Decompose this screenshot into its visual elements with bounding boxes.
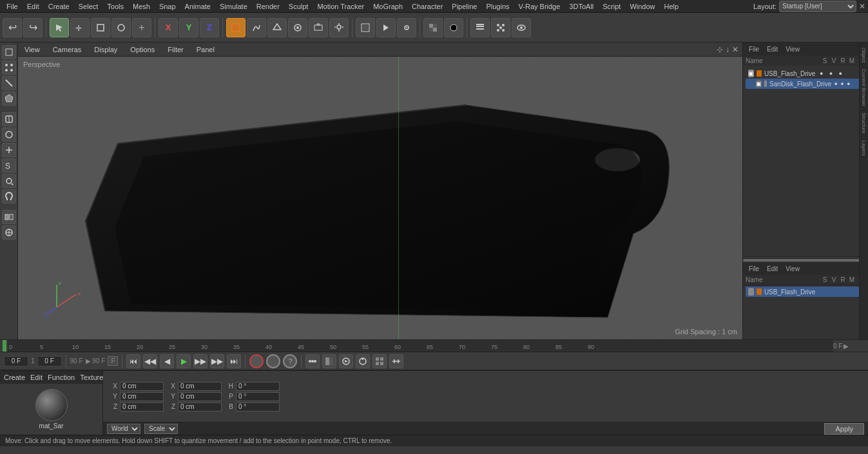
- menu-tools[interactable]: Tools: [103, 1, 128, 12]
- go-to-next-key-button[interactable]: ▶▶: [210, 354, 224, 368]
- viewport-menu-panel[interactable]: Panel: [194, 44, 217, 55]
- world-select[interactable]: World: [107, 424, 140, 434]
- scale-select[interactable]: Scale: [144, 424, 178, 434]
- menu-script[interactable]: Script: [599, 1, 624, 12]
- frame-input[interactable]: [37, 356, 62, 366]
- obj-solo-2[interactable]: ●: [834, 80, 838, 87]
- move-button[interactable]: ✛: [70, 18, 90, 37]
- menu-file[interactable]: File: [3, 1, 22, 12]
- axis-y-button[interactable]: Y: [179, 18, 198, 37]
- y-field[interactable]: [120, 392, 164, 401]
- obj-edit-menu[interactable]: Edit: [765, 45, 780, 53]
- deformer-button[interactable]: [288, 18, 307, 37]
- menu-mesh[interactable]: Mesh: [129, 1, 154, 12]
- mat-edit-menu[interactable]: Edit: [30, 374, 43, 381]
- attr-active-object[interactable]: USB_Flash_Drive: [746, 287, 865, 297]
- current-frame-field[interactable]: [4, 356, 28, 366]
- render-region-button[interactable]: [356, 18, 375, 37]
- menu-pipeline[interactable]: Pipeline: [448, 1, 481, 12]
- attr-view-menu[interactable]: View: [784, 265, 802, 273]
- tab-structure[interactable]: Structure: [860, 110, 867, 136]
- menu-motion-tracker[interactable]: Motion Tracker: [313, 1, 368, 12]
- object-tool[interactable]: [2, 112, 16, 126]
- camera-button[interactable]: [309, 18, 328, 37]
- light-button[interactable]: [329, 18, 349, 37]
- obj-render-2[interactable]: ●: [847, 80, 851, 87]
- obj-view-menu[interactable]: View: [784, 45, 802, 53]
- obj-vis-2[interactable]: ●: [840, 80, 844, 87]
- layout-close-icon[interactable]: ✕: [859, 2, 865, 11]
- object-item-usb[interactable]: ▣ USB_Flash_Drive ● ● ●: [746, 68, 865, 79]
- redo-button[interactable]: ↪: [23, 18, 43, 37]
- go-to-prev-key-button[interactable]: ◀◀: [143, 354, 157, 368]
- rotate-tool[interactable]: [2, 128, 16, 142]
- magnet-tool[interactable]: [2, 189, 16, 203]
- go-to-start-button[interactable]: ⏮: [126, 354, 140, 368]
- create-button[interactable]: +: [132, 18, 151, 37]
- viewport[interactable]: View Cameras Display Options Filter Pane…: [18, 43, 742, 339]
- menu-snap[interactable]: Snap: [155, 1, 180, 12]
- tab-object[interactable]: Object: [860, 45, 867, 65]
- viewport-menu-options[interactable]: Options: [128, 44, 157, 55]
- object-item-sandisk[interactable]: ▣ SanDisk_Flash_Drive ● ● ●: [746, 79, 865, 89]
- play-button[interactable]: ▶: [177, 354, 191, 368]
- menu-sculpt[interactable]: Sculpt: [285, 1, 313, 12]
- obj-vis-1[interactable]: ●: [827, 70, 834, 77]
- viewport-menu-display[interactable]: Display: [92, 44, 120, 55]
- maximize-icon[interactable]: ⊹: [717, 45, 723, 54]
- mat-texture-menu[interactable]: Texture: [80, 374, 103, 381]
- primitive-button[interactable]: [226, 18, 246, 37]
- go-to-end-button[interactable]: ⏭: [227, 354, 241, 368]
- menu-window[interactable]: Window: [626, 1, 659, 12]
- select-mode-button[interactable]: [50, 18, 69, 37]
- h-field[interactable]: [236, 382, 280, 391]
- viewport-menu-cameras[interactable]: Cameras: [50, 44, 84, 55]
- menu-3dtoall[interactable]: 3DToAll: [565, 1, 597, 12]
- menu-character[interactable]: Character: [408, 1, 447, 12]
- preview-button[interactable]: [339, 354, 353, 368]
- menu-simulate[interactable]: Simulate: [216, 1, 251, 12]
- mograph-button[interactable]: [372, 354, 387, 368]
- viewport-down-icon[interactable]: ↓: [726, 45, 729, 54]
- mirror-tool[interactable]: [2, 210, 16, 224]
- viewport-menu-filter[interactable]: Filter: [165, 44, 186, 55]
- material-manager-button[interactable]: [444, 18, 463, 37]
- z-field[interactable]: [120, 402, 164, 411]
- step-back-button[interactable]: ◀: [160, 354, 174, 368]
- obj-solo-1[interactable]: ●: [818, 70, 825, 77]
- menu-select[interactable]: Select: [75, 1, 102, 12]
- powerslider-button[interactable]: [356, 354, 370, 368]
- timeline-scroll-icon[interactable]: ▶: [844, 343, 849, 350]
- snap-settings-button[interactable]: [491, 18, 510, 37]
- model-mode-tool[interactable]: [2, 45, 16, 59]
- obj-render-1[interactable]: ●: [837, 70, 844, 77]
- attr-edit-menu[interactable]: Edit: [765, 265, 780, 273]
- attr-file-menu[interactable]: File: [747, 265, 761, 273]
- obj-file-menu[interactable]: File: [747, 45, 761, 53]
- y2-field[interactable]: [178, 392, 222, 401]
- x2-field[interactable]: [178, 382, 222, 391]
- object-manager-scrollbar[interactable]: [743, 257, 868, 262]
- menu-create[interactable]: Create: [44, 1, 73, 12]
- menu-plugins[interactable]: Plugins: [482, 1, 513, 12]
- edge-mode-tool[interactable]: [2, 76, 16, 90]
- b-field[interactable]: [236, 402, 280, 411]
- array-tool[interactable]: [2, 225, 16, 240]
- axis-z-button[interactable]: Z: [200, 18, 219, 37]
- render-settings-button[interactable]: [397, 18, 416, 37]
- layer-button[interactable]: [470, 18, 490, 37]
- mat-function-menu[interactable]: Function: [48, 374, 75, 381]
- rotate-button[interactable]: [111, 18, 131, 37]
- layout-select[interactable]: Startup [User]: [779, 1, 856, 12]
- menu-render[interactable]: Render: [253, 1, 284, 12]
- tab-current-browser[interactable]: Current Browser: [860, 66, 867, 109]
- schematic-button[interactable]: [389, 354, 403, 368]
- record-button[interactable]: [249, 354, 264, 368]
- keyframe-button[interactable]: ?: [283, 354, 297, 368]
- x-field[interactable]: [120, 382, 164, 391]
- timeline-tick-area[interactable]: 0 5 10 15 20 25 30 35 40 45 50 55 60 65 …: [8, 340, 833, 352]
- z2-field[interactable]: [178, 402, 222, 411]
- menu-animate[interactable]: Animate: [181, 1, 215, 12]
- menu-help[interactable]: Help: [661, 1, 683, 12]
- pen-tool[interactable]: S: [2, 158, 16, 173]
